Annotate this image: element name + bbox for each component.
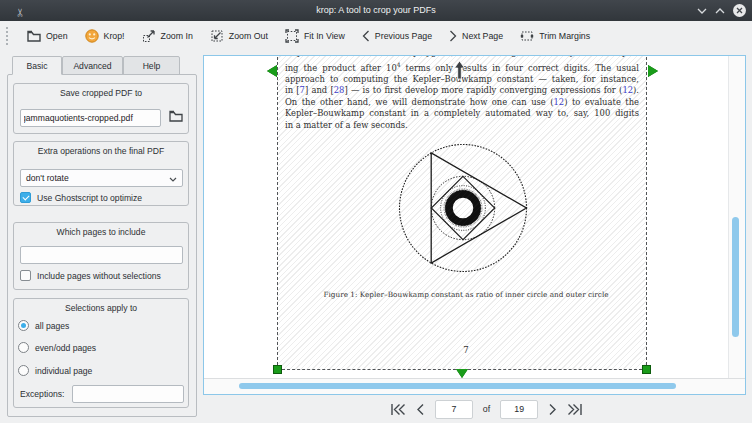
- trim-margins-button[interactable]: Trim Margins: [519, 27, 591, 45]
- chevron-down-icon: [169, 177, 177, 182]
- toolbar-handle[interactable]: [6, 27, 11, 45]
- maximize-icon[interactable]: [715, 8, 725, 14]
- selection-handle-left[interactable]: [267, 65, 277, 77]
- folder-icon: [27, 30, 41, 42]
- ghostscript-checkbox-row[interactable]: Use Ghostscript to optimize: [20, 192, 142, 203]
- selection-handle-bottom-right[interactable]: [642, 365, 651, 374]
- window-title: krop: A tool to crop your PDFs: [0, 0, 752, 21]
- browse-button[interactable]: [169, 110, 183, 125]
- previous-page-nav-button[interactable]: [416, 403, 425, 416]
- titlebar: ✂ krop: A tool to crop your PDFs: [0, 0, 752, 21]
- include-checkbox-row[interactable]: Include pages without selections: [20, 270, 161, 281]
- current-page-field[interactable]: 7: [435, 400, 473, 419]
- first-page-button[interactable]: [390, 403, 406, 416]
- ghostscript-checkbox[interactable]: [20, 192, 31, 203]
- mouse-cursor: [454, 61, 465, 80]
- app-window: ✂ krop: A tool to crop your PDFs Open Kr…: [0, 0, 752, 423]
- chevron-right-icon: [449, 30, 457, 42]
- radio-individual-page[interactable]: individual page: [18, 365, 92, 376]
- selection-handle-bottom[interactable]: [456, 369, 468, 378]
- of-label: of: [483, 404, 490, 414]
- radio-button[interactable]: [18, 342, 29, 353]
- filename-input[interactable]: [20, 109, 161, 127]
- first-page-icon: [390, 403, 406, 416]
- extra-group-title: Extra operations on the final PDF: [14, 146, 188, 156]
- crop-selection[interactable]: [277, 55, 647, 370]
- include-checkbox[interactable]: [20, 270, 31, 281]
- fit-in-view-icon: [285, 29, 299, 43]
- next-page-nav-button[interactable]: [548, 403, 557, 416]
- pdf-preview[interactable]: sequence of circumscribed polygons; this…: [203, 55, 746, 395]
- chevron-left-icon: [362, 30, 370, 42]
- rotate-combobox[interactable]: don't rotate: [20, 169, 183, 187]
- pages-group: Which pages to include Include pages wit…: [13, 222, 189, 290]
- close-icon[interactable]: [733, 4, 746, 17]
- tab-advanced[interactable]: Advanced: [62, 56, 123, 75]
- radio-all-pages[interactable]: all pages: [18, 320, 69, 331]
- last-page-button[interactable]: [567, 403, 583, 416]
- radio-button[interactable]: [18, 320, 29, 331]
- extra-group: Extra operations on the final PDF don't …: [13, 141, 189, 206]
- selection-handle-bottom-left[interactable]: [273, 365, 282, 374]
- minimize-icon[interactable]: [697, 8, 707, 14]
- pages-group-title: Which pages to include: [14, 227, 188, 237]
- radio-button[interactable]: [18, 365, 29, 376]
- previous-page-button[interactable]: Previous Page: [361, 28, 433, 44]
- tab-help[interactable]: Help: [123, 56, 180, 75]
- next-page-button[interactable]: Next Page: [448, 28, 504, 44]
- exceptions-label: Exceptions:: [20, 389, 64, 399]
- vertical-scrollbar-handle[interactable]: [732, 217, 739, 337]
- selections-group: Selections apply to all pages even/odd p…: [13, 298, 189, 408]
- exceptions-input[interactable]: [72, 385, 184, 403]
- fit-in-view-button[interactable]: Fit In View: [284, 27, 346, 45]
- main-toolbar: Open Krop! Zoom In Zoom Out: [0, 21, 752, 50]
- selections-group-title: Selections apply to: [14, 303, 188, 313]
- zoom-out-icon: [210, 29, 224, 43]
- pages-input[interactable]: [20, 246, 183, 264]
- open-button[interactable]: Open: [26, 28, 69, 44]
- trim-margins-icon: [520, 29, 534, 43]
- last-page-icon: [567, 403, 583, 416]
- selection-handle-right[interactable]: [648, 65, 658, 77]
- krop-button[interactable]: Krop!: [84, 27, 126, 45]
- radio-even-odd-pages[interactable]: even/odd pages: [18, 342, 96, 353]
- zoom-in-button[interactable]: Zoom In: [141, 27, 194, 45]
- smiley-icon: [85, 29, 99, 43]
- zoom-out-button[interactable]: Zoom Out: [209, 27, 269, 45]
- save-group: Save cropped PDF to: [13, 83, 189, 134]
- chevron-right-icon: [548, 403, 557, 416]
- folder-icon: [169, 110, 183, 122]
- page-navigation: 7 of 19: [203, 395, 752, 423]
- total-pages-field[interactable]: 19: [500, 400, 538, 419]
- zoom-in-icon: [142, 29, 156, 43]
- horizontal-scrollbar-handle[interactable]: [239, 383, 676, 389]
- basic-panel: Save cropped PDF to Extra operations on …: [7, 74, 197, 417]
- save-group-title: Save cropped PDF to: [14, 88, 188, 98]
- chevron-left-icon: [416, 403, 425, 416]
- sidebar: Basic Advanced Help Save cropped PDF to …: [0, 50, 202, 423]
- tab-basic[interactable]: Basic: [12, 56, 62, 75]
